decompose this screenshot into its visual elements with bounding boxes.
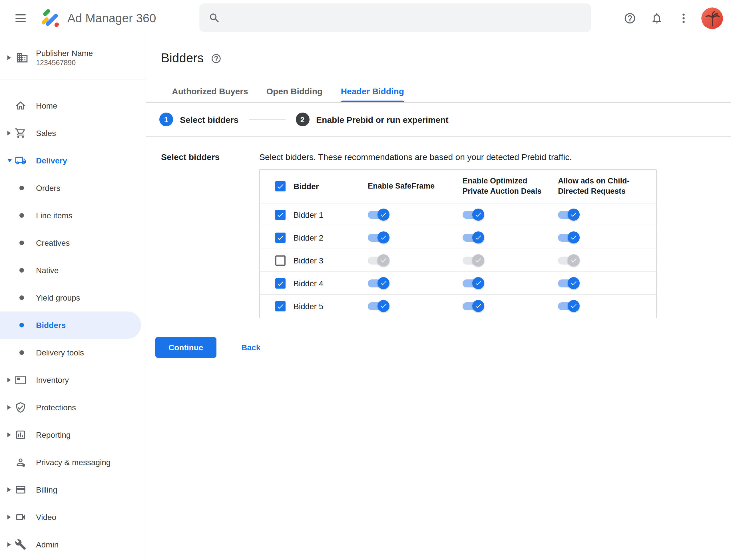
toggle-thumb — [472, 208, 484, 220]
optimized-deals-toggle[interactable] — [462, 279, 483, 287]
sidebar-item-video[interactable]: Video — [0, 503, 141, 531]
optimized-deals-toggle[interactable] — [462, 256, 483, 264]
sidebar-item-delivery[interactable]: Delivery — [0, 147, 141, 174]
product-name: Ad Manager 360 — [67, 11, 156, 25]
sidebar-item-label: Video — [36, 513, 56, 522]
sidebar-nav: HomeSalesDeliveryOrdersLine itemsCreativ… — [0, 79, 146, 558]
bullet-icon — [19, 268, 24, 273]
sidebar-item-orders[interactable]: Orders — [0, 174, 141, 202]
child-directed-toggle[interactable] — [558, 279, 578, 287]
safeframe-toggle[interactable] — [368, 302, 388, 310]
sidebar-item-label: Protections — [36, 403, 76, 412]
table-row: Bidder 1 — [260, 203, 656, 226]
table-body: Bidder 1Bidder 2Bidder 3Bidder 4Bidder 5 — [260, 203, 656, 318]
page-title: Bidders — [161, 51, 204, 66]
toggle-thumb — [472, 277, 484, 289]
sidebar-item-label: Billing — [36, 485, 57, 494]
sidebar-item-billing[interactable]: Billing — [0, 476, 141, 503]
section-label: Select bidders — [161, 152, 220, 162]
sidebar-item-inventory[interactable]: Inventory — [0, 366, 141, 394]
tab-header-bidding[interactable]: Header Bidding — [332, 79, 413, 102]
sidebar-item-label: Yield groups — [36, 293, 80, 302]
child-directed-toggle[interactable] — [558, 302, 578, 310]
table-row: Bidder 4 — [260, 272, 656, 295]
sidebar-item-label: Sales — [36, 129, 56, 138]
step-2-circle: 2 — [296, 113, 309, 126]
tab-authorized-buyers[interactable]: Authorized Buyers — [163, 79, 257, 102]
optimized-deals-toggle[interactable] — [462, 211, 483, 219]
safeframe-toggle[interactable] — [368, 211, 388, 219]
select-all-checkbox[interactable] — [275, 181, 286, 191]
bidder-name: Bidder 3 — [294, 256, 323, 265]
sidebar-item-creatives[interactable]: Creatives — [0, 229, 141, 257]
publisher-selector[interactable]: Publisher Name 1234567890 — [0, 36, 146, 79]
person-icon — [15, 457, 26, 468]
bullet-icon — [19, 295, 24, 300]
search-icon — [209, 12, 221, 24]
toggle-thumb — [377, 208, 389, 220]
avatar[interactable] — [701, 7, 723, 29]
sidebar-item-bidders[interactable]: Bidders — [0, 311, 141, 339]
toggle-thumb — [377, 277, 389, 289]
row-checkbox[interactable] — [275, 209, 286, 220]
tab-open-bidding[interactable]: Open Bidding — [257, 79, 332, 102]
safeframe-toggle[interactable] — [368, 256, 388, 264]
sidebar-item-home[interactable]: Home — [0, 92, 141, 119]
more-vertical-icon[interactable] — [672, 7, 695, 29]
notifications-icon[interactable] — [645, 7, 668, 29]
sidebar-item-yield-groups[interactable]: Yield groups — [0, 284, 141, 311]
bullet-icon — [19, 350, 24, 355]
optimized-deals-toggle[interactable] — [462, 302, 483, 310]
safeframe-toggle[interactable] — [368, 279, 388, 287]
safeframe-toggle[interactable] — [368, 233, 388, 241]
chevron-right-icon — [7, 515, 11, 519]
bullet-icon — [19, 323, 24, 327]
chevron-right-icon — [7, 487, 11, 492]
toggle-thumb — [377, 254, 389, 266]
sidebar-item-line-items[interactable]: Line items — [0, 202, 141, 229]
sidebar-item-sales[interactable]: Sales — [0, 119, 141, 147]
page-help-icon[interactable] — [211, 53, 221, 64]
table-row: Bidder 2 — [260, 226, 656, 249]
home-icon — [15, 100, 26, 111]
ad-manager-logo-icon — [40, 8, 61, 28]
optimized-deals-toggle[interactable] — [462, 233, 483, 241]
chevron-right-icon — [7, 378, 11, 382]
sidebar-item-delivery-tools[interactable]: Delivery tools — [0, 339, 141, 366]
row-checkbox[interactable] — [275, 232, 286, 243]
back-button[interactable]: Back — [231, 338, 271, 357]
wrench-icon — [15, 539, 26, 550]
sidebar-item-protections[interactable]: Protections — [0, 394, 141, 421]
sidebar-item-privacy-messaging[interactable]: Privacy & messaging — [0, 449, 141, 476]
step-2[interactable]: 2 Enable Prebid or run experiment — [296, 113, 448, 126]
video-icon — [15, 511, 26, 523]
child-directed-toggle[interactable] — [558, 256, 578, 264]
sidebar-item-reporting[interactable]: Reporting — [0, 421, 141, 449]
sidebar-item-native[interactable]: Native — [0, 257, 141, 284]
sidebar-item-label: Native — [36, 266, 59, 275]
inventory-icon — [15, 374, 26, 386]
bidder-name: Bidder 2 — [294, 233, 323, 242]
row-checkbox[interactable] — [275, 255, 286, 265]
building-icon — [16, 51, 29, 64]
menu-icon[interactable] — [9, 7, 32, 29]
bidder-name: Bidder 1 — [294, 210, 323, 219]
column-header-safeframe: Enable SafeFrame — [368, 181, 462, 191]
help-icon[interactable] — [618, 7, 641, 29]
search-bar[interactable] — [199, 3, 591, 32]
row-checkbox[interactable] — [275, 278, 286, 288]
sidebar-item-admin[interactable]: Admin — [0, 531, 141, 558]
child-directed-toggle[interactable] — [558, 211, 578, 219]
row-checkbox[interactable] — [275, 301, 286, 311]
child-directed-toggle[interactable] — [558, 233, 578, 241]
sidebar-item-label: Reporting — [36, 430, 71, 439]
continue-button[interactable]: Continue — [155, 337, 216, 358]
publisher-name: Publisher Name — [36, 48, 93, 57]
step-1[interactable]: 1 Select bidders — [159, 113, 239, 126]
tab-bar: Authorized Buyers Open Bidding Header Bi… — [146, 79, 731, 103]
chart-icon — [15, 429, 26, 441]
table-row: Bidder 5 — [260, 295, 656, 318]
cart-icon — [15, 127, 26, 139]
topbar: Ad Manager 360 — [0, 0, 731, 36]
search-input[interactable] — [227, 13, 582, 23]
